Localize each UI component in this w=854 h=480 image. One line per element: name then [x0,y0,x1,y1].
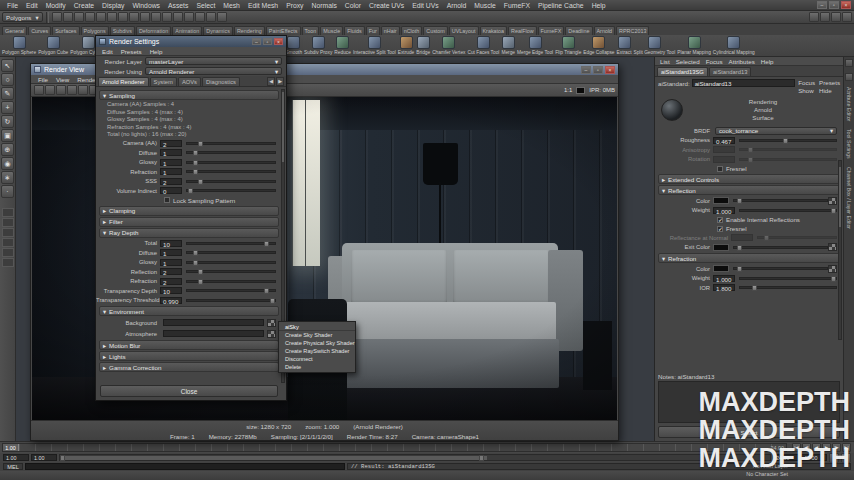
snap-curve-icon[interactable] [96,12,106,22]
attribute-slider[interactable] [186,270,276,273]
minimize-icon[interactable]: – [817,1,827,9]
attribute-slider[interactable] [186,242,276,245]
layout-custom-button[interactable] [2,258,14,267]
presets-button[interactable]: Presets [819,79,840,86]
soft-modification-icon[interactable]: ◉ [1,157,14,170]
snap-projected-center-icon[interactable] [118,12,128,22]
panel-vertical-tab[interactable]: Tool Settings [846,129,852,159]
shelf-button[interactable]: Interactive Split Tool [353,36,396,55]
render-settings-titlebar[interactable]: Render Settings – ▫ × [96,36,286,47]
attribute-slider[interactable] [186,299,276,302]
attribute-value-field[interactable]: 1 [160,259,182,266]
shelf-tab[interactable]: Curves [28,26,51,35]
menu-item[interactable]: FumeFX [500,2,534,9]
show-tool-settings-icon[interactable] [842,12,852,22]
layout-single-pane-button[interactable] [2,208,14,217]
menu-item[interactable]: Edit Mesh [244,2,282,9]
show-manipulator-icon[interactable]: ∗ [1,171,14,184]
shelf-tab[interactable]: Custom [423,26,448,35]
attribute-slider[interactable] [186,161,276,164]
attribute-slider[interactable] [186,151,276,154]
attribute-slider[interactable] [186,180,276,183]
context-menu-item[interactable]: Create Sky Shader [279,331,355,339]
shelf-button[interactable]: Reduce [334,36,351,55]
menu-item[interactable]: Color [341,2,365,9]
attribute-editor-menu-item[interactable]: Help [758,58,777,65]
section-extended-controls[interactable]: ▸ Extended Controls [658,174,840,184]
attribute-value-field[interactable]: 0 [160,187,182,194]
attribute-value-field[interactable]: 10 [160,240,182,247]
make-live-icon[interactable] [140,12,150,22]
render-settings-menu-item[interactable]: Help [146,48,167,55]
render-settings-icon[interactable] [217,12,227,22]
hide-button[interactable]: Hide [819,87,840,94]
pause-ipr-icon[interactable] [78,85,88,95]
context-menu-item[interactable]: Disconnect [279,355,355,363]
exit-color-swatch[interactable] [713,244,729,251]
shelf-tab[interactable]: Fluids [344,26,364,35]
tab-aistandard13[interactable]: aiStandard13 [709,67,752,76]
material-swatch[interactable] [661,99,683,121]
attribute-slider[interactable] [186,261,276,264]
select-tool-icon[interactable]: ↖ [1,59,14,72]
shelf-button[interactable]: Cylindrical Mapping [713,36,755,55]
menu-item[interactable]: Normals [308,2,341,9]
attribute-value-field[interactable]: 2 [160,178,182,185]
shelf-tab[interactable]: Rendering [234,26,265,35]
shelf-tab[interactable]: RealFlow [508,26,536,35]
shelf-button[interactable]: Polygon Cube [38,36,68,55]
reflection-color-swatch[interactable] [713,197,729,204]
map-button[interactable] [828,265,837,273]
tab-scroll-right-icon[interactable]: ▶ [276,77,284,86]
context-menu-item[interactable]: Create RaySwitch Shader [279,347,355,355]
ipr-render-icon[interactable] [56,85,66,95]
maximize-icon[interactable]: ▫ [593,66,603,74]
current-time-marker[interactable]: 1.00 [3,444,19,451]
attribute-slider[interactable] [186,189,276,192]
reflection-color-slider[interactable] [733,199,828,202]
node-name-field[interactable]: aiStandard13 [692,79,796,87]
universal-manipulator-icon[interactable]: ⊕ [1,143,14,156]
reflection-weight-field[interactable]: 1.000 [713,207,735,214]
map-button[interactable] [267,319,276,327]
shelf-button[interactable]: Smooth [286,36,303,55]
menu-item[interactable]: Modify [42,2,70,9]
attribute-slider[interactable] [186,251,276,254]
panel-vertical-tab[interactable]: Attribute Editor [846,87,852,121]
paint-select-tool-icon[interactable]: ✎ [1,87,14,100]
open-render-view-icon[interactable] [184,12,194,22]
attribute-value-field[interactable]: 1 [160,149,182,156]
render-settings-menu-item[interactable]: Edit [98,48,117,55]
last-tool-icon[interactable]: · [1,185,14,198]
context-menu-item[interactable]: Delete [279,363,355,371]
snap-point-icon[interactable] [107,12,117,22]
connection-field[interactable] [163,330,264,337]
shelf-tab[interactable]: Deformation [136,26,171,35]
render-using-dropdown[interactable]: Arnold Renderer ▾ [145,67,282,75]
close-icon[interactable]: × [274,38,283,45]
menu-item[interactable]: Muscle [470,2,500,9]
menu-item[interactable]: Windows [128,2,164,9]
shelf-button[interactable]: Edge Collapse [583,36,614,55]
maximize-icon[interactable]: ▫ [263,38,272,45]
render-layer-dropdown[interactable]: masterLayer ▾ [145,57,282,65]
attribute-value-field[interactable]: 1 [160,159,182,166]
select-object-icon[interactable] [63,12,73,22]
shelf-tab[interactable]: nHair [381,26,400,35]
shelf-button[interactable]: Polygon Sphere [2,36,36,55]
time-slider[interactable]: 1.00 24.00 [2,443,787,452]
render-settings-menu-item[interactable]: Presets [117,48,146,55]
context-menu-item[interactable]: Create Physical Sky Shader [279,339,355,347]
refraction-color-swatch[interactable] [713,265,729,272]
shelf-button[interactable]: Extrude [398,36,415,55]
refraction-weight-slider[interactable] [739,277,837,280]
ipr-render-icon[interactable] [206,12,216,22]
shelf-button[interactable]: Cut Faces Tool [467,36,499,55]
focus-button[interactable]: Focus [798,79,815,86]
shelf-button[interactable]: Chamfer Vertex [432,36,465,55]
mel-toggle-button[interactable]: MEL [3,463,23,470]
refraction-weight-field[interactable]: 1.000 [713,275,735,282]
tab-system[interactable]: System [150,77,177,86]
section-ray-depth[interactable]: ▾ Ray Depth [99,228,279,238]
menu-item[interactable]: Select [192,2,219,9]
